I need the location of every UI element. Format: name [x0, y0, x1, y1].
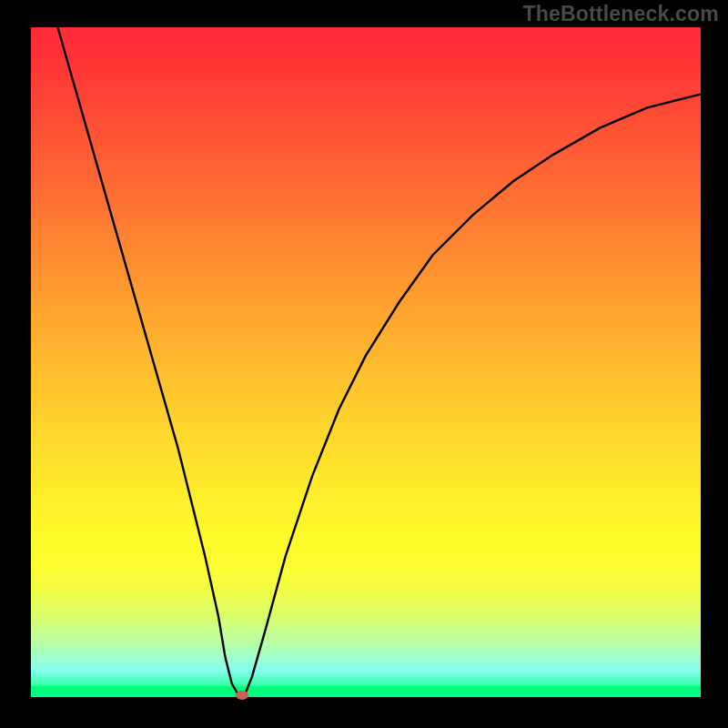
bottleneck-curve — [31, 27, 701, 697]
plot-area — [31, 27, 701, 697]
vertex-marker — [236, 691, 248, 700]
chart-stage: TheBottleneck.com — [0, 0, 728, 728]
watermark-text: TheBottleneck.com — [522, 2, 719, 26]
